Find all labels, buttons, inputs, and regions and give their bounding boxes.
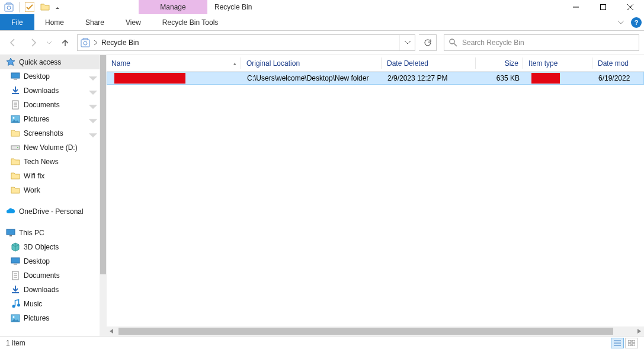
svg-rect-16 — [601, 5, 606, 10]
folder-icon — [11, 171, 20, 181]
expand-ribbon-chevron[interactable] — [614, 21, 627, 24]
column-item-type[interactable]: Item type — [524, 55, 593, 71]
quick-access-toolbar — [0, 1, 62, 14]
cell-name — [107, 72, 242, 85]
recent-dropdown[interactable] — [45, 34, 53, 51]
column-size[interactable]: Size — [476, 55, 524, 71]
separator — [19, 2, 20, 12]
file-tab[interactable]: File — [0, 14, 34, 30]
quick-access-label: Quick access — [19, 58, 61, 66]
column-date-deleted[interactable]: Date Deleted — [382, 55, 476, 71]
qat-newfolder-icon[interactable] — [38, 1, 52, 14]
download-icon — [11, 285, 20, 294]
sidebar-item-documents[interactable]: Documents — [0, 98, 100, 112]
sidebar-item-newvolume[interactable]: New Volume (D:) — [0, 140, 100, 155]
chevron-right-icon — [93, 40, 98, 46]
pictures-icon — [11, 313, 20, 323]
sidebar-item-pictures[interactable]: Pictures — [0, 112, 100, 126]
svg-rect-19 — [628, 344, 631, 346]
svg-rect-20 — [632, 344, 635, 346]
desktop-icon — [11, 72, 20, 81]
help-button[interactable]: ? — [631, 17, 642, 28]
redacted-type — [531, 73, 560, 84]
forward-button[interactable] — [25, 34, 41, 51]
cell-size: 635 KB — [477, 74, 524, 82]
folder-icon — [11, 129, 20, 138]
address-bar[interactable]: Recycle Bin — [77, 34, 415, 51]
scroll-left-icon[interactable] — [107, 329, 116, 334]
back-button[interactable] — [5, 34, 21, 51]
navigation-bar: Recycle Bin — [0, 31, 644, 55]
qat-select-icon[interactable] — [23, 1, 37, 14]
sidebar-item-screenshots[interactable]: Screenshots — [0, 126, 100, 140]
scroll-thumb[interactable] — [100, 55, 106, 274]
cell-type — [524, 72, 594, 85]
sidebar-item-3dobjects[interactable]: 3D Objects — [0, 240, 100, 254]
navigation-pane: Quick access Desktop Downloads Documents… — [0, 55, 107, 336]
sidebar-scrollbar[interactable] — [100, 55, 107, 336]
search-input[interactable] — [462, 39, 639, 47]
address-history-dropdown[interactable] — [399, 35, 415, 50]
sidebar-onedrive[interactable]: OneDrive - Personal — [0, 204, 100, 219]
3d-icon — [11, 242, 20, 252]
folder-icon — [11, 185, 20, 195]
document-icon — [11, 100, 20, 110]
column-name[interactable]: Name▴ — [107, 55, 242, 71]
pictures-icon — [11, 114, 20, 124]
ribbon: File Home Share View Recycle Bin Tools ? — [0, 14, 644, 31]
title-bar: Manage Recycle Bin — [0, 0, 644, 14]
window-controls — [562, 0, 644, 14]
column-headers: Name▴ Original Location Date Deleted Siz… — [107, 55, 644, 72]
sidebar-item-pc-downloads[interactable]: Downloads — [0, 283, 100, 297]
sidebar-item-pc-pictures[interactable]: Pictures — [0, 311, 100, 325]
view-details-button[interactable] — [611, 338, 624, 348]
column-date-modified[interactable]: Date mod — [593, 55, 644, 71]
sidebar-quick-access[interactable]: Quick access — [0, 55, 100, 69]
sidebar-item-pc-documents[interactable]: Documents — [0, 268, 100, 283]
scroll-thumb[interactable] — [118, 328, 613, 335]
download-icon — [11, 86, 20, 95]
svg-rect-18 — [632, 340, 635, 342]
thispc-icon — [6, 228, 15, 238]
scroll-track[interactable] — [116, 326, 635, 336]
redacted-name — [114, 73, 185, 84]
tab-view[interactable]: View — [115, 14, 152, 30]
close-button[interactable] — [617, 0, 644, 14]
sidebar-item-pc-desktop[interactable]: Desktop — [0, 254, 100, 268]
sidebar-item-technews[interactable]: Tech News — [0, 155, 100, 169]
up-button[interactable] — [57, 34, 73, 51]
tab-home[interactable]: Home — [34, 14, 75, 30]
sidebar-item-wififix[interactable]: Wifi fix — [0, 169, 100, 183]
star-icon — [6, 57, 15, 67]
tab-recycle-bin-tools[interactable]: Recycle Bin Tools — [152, 14, 229, 30]
onedrive-icon — [6, 207, 15, 216]
context-tab-manage[interactable]: Manage — [139, 0, 207, 14]
sidebar-item-downloads[interactable]: Downloads — [0, 84, 100, 98]
music-icon — [11, 299, 20, 309]
view-icons-button[interactable] — [625, 338, 638, 348]
list-item[interactable]: C:\Users\welcome\Desktop\New folder 2/9/… — [107, 72, 644, 85]
scroll-right-icon[interactable] — [635, 329, 644, 334]
column-original-location[interactable]: Original Location — [242, 55, 382, 71]
svg-rect-17 — [628, 340, 631, 342]
sidebar-item-pc-music[interactable]: Music — [0, 297, 100, 311]
search-icon — [444, 38, 462, 47]
drive-icon — [11, 143, 20, 152]
minimize-button[interactable] — [562, 0, 589, 14]
maximize-button[interactable] — [589, 0, 617, 14]
tab-share[interactable]: Share — [75, 14, 115, 30]
horizontal-scrollbar[interactable] — [107, 326, 644, 336]
sidebar-item-desktop[interactable]: Desktop — [0, 69, 100, 84]
breadcrumb-location[interactable]: Recycle Bin — [98, 39, 142, 47]
window-title: Recycle Bin — [214, 3, 252, 11]
search-box[interactable] — [444, 34, 639, 51]
qat-properties-icon[interactable] — [2, 1, 16, 14]
qat-customize-chevron[interactable] — [53, 1, 62, 14]
folder-icon — [11, 157, 20, 167]
sidebar-thispc[interactable]: This PC — [0, 226, 100, 240]
sidebar-item-work[interactable]: Work — [0, 183, 100, 197]
cell-deleted: 2/9/2023 12:27 PM — [383, 74, 477, 82]
status-bar: 1 item — [0, 336, 644, 349]
address-icon — [78, 38, 93, 47]
refresh-button[interactable] — [419, 34, 437, 51]
